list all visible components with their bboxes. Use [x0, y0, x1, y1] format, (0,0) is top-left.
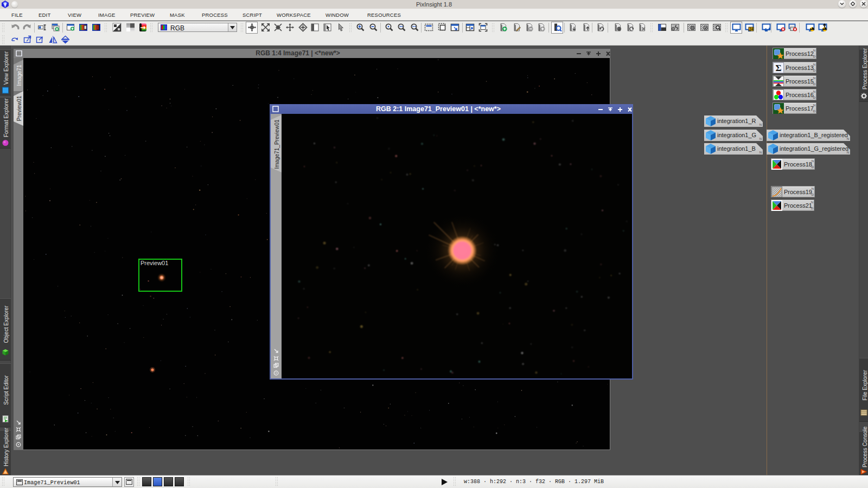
svg-text:24: 24	[749, 27, 754, 31]
svg-text:Σ: Σ	[775, 63, 781, 73]
